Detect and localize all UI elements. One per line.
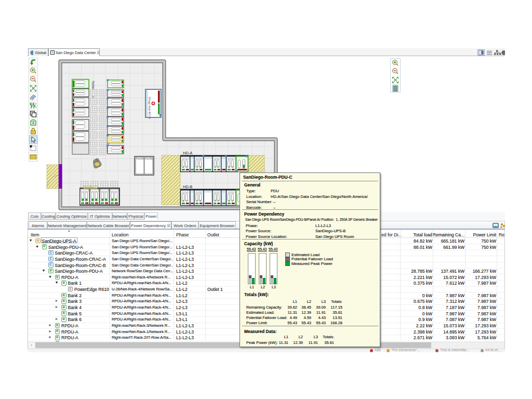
svg-text:HD-A: HD-A (183, 151, 192, 155)
svg-text:Gray-Row-1: Gray-Row-1 (84, 186, 96, 189)
svg-text:HD-B: HD-B (183, 184, 192, 189)
svg-text:PowerEd...: PowerEd... (145, 158, 154, 160)
svg-text:Storage Rack 4810-S: Storage Rack 4810-S (148, 97, 151, 119)
svg-text:PowerEd...: PowerEd... (136, 158, 145, 160)
